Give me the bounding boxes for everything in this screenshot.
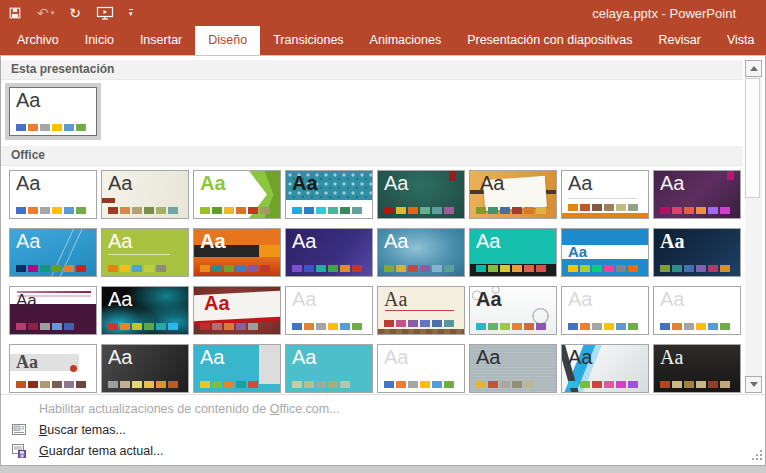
theme-thumbnail-newsprint[interactable]: Aa (9, 344, 97, 393)
color-swatch (64, 323, 74, 330)
theme-thumbnail-light[interactable]: Aa (285, 286, 373, 335)
color-swatch (316, 323, 326, 330)
color-swatch (396, 265, 406, 272)
color-swatch (684, 323, 694, 330)
theme-thumbnail-retrospect[interactable]: Aa (561, 170, 649, 219)
ribbon-tab-animaciones[interactable]: Animaciones (357, 26, 455, 55)
window-title: celaya.pptx - PowerPoint (592, 6, 758, 21)
theme-thumbnail-office[interactable]: Aa (9, 87, 97, 136)
theme-thumbnail-ion[interactable]: Aa (377, 170, 465, 219)
menu-item-save-current-theme[interactable]: Guardar tema actual... (1, 440, 765, 461)
color-swatch (476, 265, 486, 272)
theme-thumbnail-quotable[interactable]: Aa (469, 228, 557, 277)
theme-color-swatches (660, 381, 730, 388)
color-swatch (108, 381, 118, 388)
theme-thumbnail-parallax[interactable]: Aa (561, 344, 649, 393)
color-swatch (224, 381, 234, 388)
ribbon-tab-inicio[interactable]: Inicio (72, 26, 127, 55)
theme-thumbnail-ionboard[interactable]: Aa (653, 170, 741, 219)
theme-aa-label: Aa (16, 352, 38, 373)
menu-item-browse-themes[interactable]: Buscar temas... (1, 419, 765, 440)
color-swatch (432, 265, 442, 272)
current-theme-selection[interactable]: Aa (5, 83, 101, 140)
customize-quick-access-button[interactable]: ▾ (129, 9, 133, 18)
theme-thumbnail-light[interactable]: Aa (653, 286, 741, 335)
theme-thumbnail-slice[interactable]: Aa (9, 228, 97, 277)
menu-item-enable-office-updates[interactable]: Habilitar actualizaciones de contenido d… (1, 398, 765, 419)
theme-thumbnail-plum[interactable]: Aa (9, 286, 97, 335)
theme-thumbnail-turq[interactable]: Aa (285, 344, 373, 393)
browse-themes-label: Buscar temas... (39, 423, 126, 437)
theme-aa-label: Aa (568, 288, 592, 311)
color-swatch (568, 381, 578, 388)
theme-color-swatches (200, 207, 270, 214)
color-swatch (672, 323, 682, 330)
theme-thumbnail-mainevent[interactable]: Aa (193, 286, 281, 335)
theme-thumbnail-wisp[interactable]: Aa (101, 170, 189, 219)
ribbon-tab-insertar[interactable]: Insertar (127, 26, 195, 55)
theme-thumbnail-office[interactable]: Aa (9, 170, 97, 219)
theme-thumbnail-banded[interactable]: Aa (561, 228, 649, 277)
color-swatch (512, 265, 522, 272)
ribbon-tab-diseno[interactable]: Diseño (195, 26, 260, 55)
scrollbar-thumb[interactable] (745, 78, 760, 198)
gallery-body: Esta presentación Aa Office AaAaAaAaAaAa… (1, 56, 743, 397)
theme-thumbnail-integral[interactable]: Aa (285, 170, 373, 219)
theme-thumbnail-woodtype[interactable]: Aa (377, 286, 465, 335)
undo-button[interactable]: ↶ ▾ (37, 6, 54, 20)
theme-thumbnail-light[interactable]: Aa (377, 344, 465, 393)
theme-thumbnail-facet[interactable]: Aa (193, 170, 281, 219)
ribbon-tab-archivo[interactable]: Archivo (4, 26, 72, 55)
color-swatch (696, 323, 706, 330)
theme-thumbnail-blacktie[interactable]: Aa (653, 344, 741, 393)
theme-thumbnail-charcoal[interactable]: Aa (101, 344, 189, 393)
color-swatch (408, 207, 418, 214)
start-slideshow-button[interactable] (96, 6, 114, 20)
theme-color-swatches (384, 320, 454, 327)
theme-thumbnail-framecyan[interactable]: Aa (193, 344, 281, 393)
color-swatch (40, 381, 50, 388)
ribbon-tab-transiciones[interactable]: Transiciones (260, 26, 356, 55)
color-swatch (248, 323, 258, 330)
gallery-scrollbar[interactable] (745, 60, 762, 393)
theme-thumbnail-light[interactable]: Aa (561, 286, 649, 335)
save-theme-label: Guardar tema actual... (39, 444, 163, 458)
theme-aa-label: Aa (16, 89, 40, 112)
theme-color-swatches (292, 323, 362, 330)
color-swatch (720, 323, 730, 330)
theme-color-swatches (200, 381, 258, 388)
color-swatch (604, 204, 614, 211)
save-button[interactable] (8, 6, 22, 20)
color-swatch (628, 265, 638, 272)
theme-thumbnail-droplet[interactable]: Aa (469, 286, 557, 335)
scroll-down-button[interactable] (745, 376, 762, 393)
theme-thumbnail-depth[interactable]: Aa (377, 228, 465, 277)
theme-aa-label: Aa (108, 288, 132, 311)
theme-color-swatches (476, 207, 546, 214)
color-swatch (616, 265, 626, 272)
theme-thumbnail-organic[interactable]: Aa (469, 170, 557, 219)
color-swatch (16, 323, 26, 330)
theme-thumbnail-berlin[interactable]: Aa (193, 228, 281, 277)
color-swatch (340, 265, 350, 272)
ribbon-tab-vista[interactable]: Vista (714, 26, 766, 55)
scroll-up-button[interactable] (745, 60, 762, 77)
theme-thumbnail-vapor[interactable]: Aa (101, 286, 189, 335)
color-swatch (696, 207, 706, 214)
color-swatch (224, 265, 234, 272)
theme-thumbnail-celestial[interactable]: Aa (285, 228, 373, 277)
color-swatch (340, 207, 350, 214)
section-office-label: Office (11, 148, 45, 162)
color-swatch (328, 265, 338, 272)
theme-color-swatches (16, 381, 86, 388)
theme-color-swatches (108, 381, 178, 388)
theme-thumbnail-lime[interactable]: Aa (101, 228, 189, 277)
color-swatch (432, 207, 442, 214)
theme-thumbnail-navy[interactable]: Aa (653, 228, 741, 277)
color-swatch (708, 381, 718, 388)
ribbon-tab-revisar[interactable]: Revisar (646, 26, 714, 55)
theme-thumbnail-slate[interactable]: Aa (469, 344, 557, 393)
redo-button[interactable]: ↻ (69, 6, 81, 20)
ribbon-tab-presentacion[interactable]: Presentación con diapositivas (454, 26, 645, 55)
color-swatch (432, 381, 442, 388)
